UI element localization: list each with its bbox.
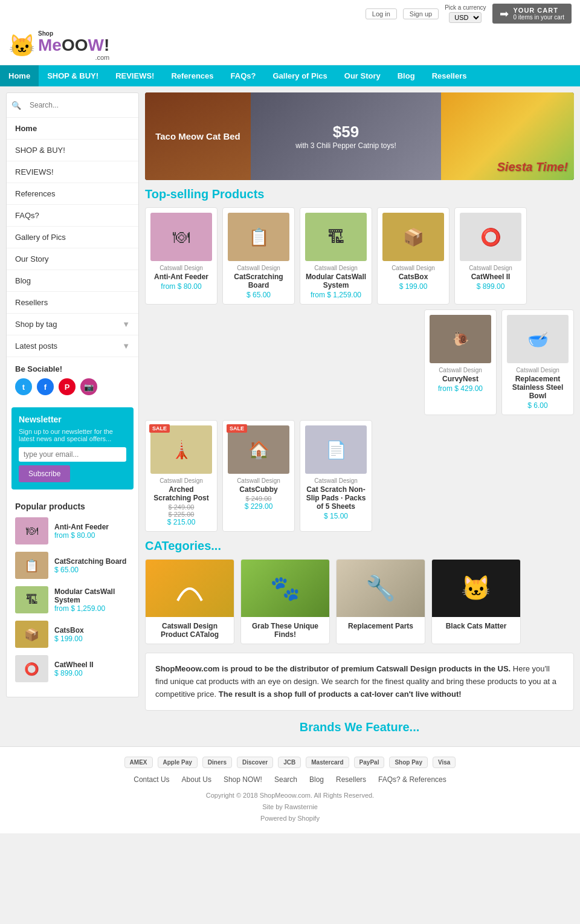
product-thumb: ⭕ [460,213,521,261]
currency-picker[interactable]: Pick a currency USD [445,4,486,23]
product-card-curvynest[interactable]: 🐌 Catswall Design CurvyNest from $ 429.0… [424,309,497,415]
sale-badge: SALE [149,424,170,433]
category-thumb: 🐱 [432,560,520,617]
popular-item-5[interactable]: ⭕ CatWheel II $ 899.00 [15,655,130,682]
footer-link-shop[interactable]: Shop NOW! [224,775,262,784]
popular-thumb-1: 🍽 [15,517,48,544]
product-card-catsbox[interactable]: 📦 Catswall Design CatsBox $ 199.00 [377,207,450,305]
product-thumb: 📄 [305,425,367,474]
top-selling-title: Top-selling Products [145,187,574,201]
category-parts[interactable]: 🔧 Replacement Parts [336,559,425,644]
payment-mastercard: Mastercard [306,757,349,768]
sidebar-item-reviews[interactable]: REVIEWS! [7,161,138,183]
facebook-icon[interactable]: f [37,378,54,395]
banner-title: Taco Meow Cat Bed [155,131,240,141]
popular-item-2[interactable]: 📋 CatScratching Board $ 65.00 [15,552,130,579]
payment-jcb: JCB [278,757,301,768]
category-black-cats[interactable]: 🐱 Black Cats Matter [431,559,521,644]
product-thumb: 📦 [382,213,444,261]
signup-button[interactable]: Sign up [403,8,439,19]
product-card-scratch[interactable]: 📋 Catswall Design CatScratching Board $ … [222,207,295,305]
product-thumb: 🍽 [150,213,212,261]
pinterest-icon[interactable]: P [59,378,76,395]
popular-thumb-3: 🏗 [15,586,48,613]
popular-thumb-2: 📋 [15,552,48,579]
category-thumb [146,560,234,617]
nav-shop[interactable]: SHOP & BUY! [39,65,107,86]
nav-references[interactable]: References [163,65,222,86]
hero-banner[interactable]: Taco Meow Cat Bed $59 with 3 Chili Peppe… [145,92,574,180]
payment-paypal: PayPal [354,757,385,768]
popular-thumb-4: 📦 [15,621,48,648]
categories-title: CATegories... [145,539,574,553]
chevron-down-icon: ▼ [122,341,130,351]
nav-gallery[interactable]: Gallery of Pics [264,65,335,86]
sidebar-item-gallery[interactable]: Gallery of Pics [7,227,138,248]
footer-link-contact[interactable]: Contact Us [134,775,169,784]
nav-blog[interactable]: Blog [389,65,424,86]
currency-select[interactable]: USD [449,12,482,23]
social-title: Be Sociable! [15,364,130,373]
search-icon: 🔍 [11,101,21,110]
payment-icons: AMEX Apple Pay Diners Discover JCB Maste… [10,757,570,768]
payment-amex: AMEX [124,757,153,768]
footer: AMEX Apple Pay Diners Discover JCB Maste… [0,746,580,833]
instagram-icon[interactable]: 📷 [80,378,97,395]
logo[interactable]: 🐱 Shop MeOOW! .com [0,27,580,65]
copyright: Copyright © 2018 ShopMeoow.com. All Righ… [10,790,570,824]
sidebar-item-blog[interactable]: Blog [7,270,138,292]
footer-link-blog[interactable]: Blog [309,775,324,784]
product-card-bowl[interactable]: 🥣 Catswall Design Replacement Stainless … [501,309,574,415]
sidebar-item-latest-posts[interactable]: Latest posts ▼ [7,335,138,357]
sidebar-item-faqs[interactable]: FAQs? [7,205,138,227]
footer-link-about[interactable]: About Us [182,775,211,784]
sidebar-item-shop[interactable]: SHOP & BUY! [7,140,138,161]
twitter-icon[interactable]: t [15,378,32,395]
sidebar-item-references[interactable]: References [7,183,138,205]
category-thumb: 🔧 [337,560,425,617]
product-card-arched[interactable]: SALE 🗼 Catswall Design Arched Scratching… [145,420,218,532]
popular-item-4[interactable]: 📦 CatsBox $ 199.00 [15,621,130,648]
product-thumb: 📋 [228,213,289,261]
footer-links: Contact Us About Us Shop NOW! Search Blo… [10,775,570,784]
product-thumb: 🗼 [150,425,212,474]
product-card-wheel[interactable]: ⭕ Catswall Design CatWheel II $ 899.00 [454,207,527,305]
newsletter-email-input[interactable] [19,447,126,462]
newsletter-desc: Sign up to our newsletter for the latest… [19,428,126,442]
product-card-modular[interactable]: 🏗 Catswall Design Modular CatsWall Syste… [300,207,372,305]
popular-item-1[interactable]: 🍽 Anti-Ant Feeder from $ 80.00 [15,517,130,544]
sale-badge: SALE [227,424,247,433]
sidebar-item-story[interactable]: Our Story [7,248,138,270]
sidebar-item-shop-by-tag[interactable]: Shop by tag ▼ [7,314,138,335]
product-card-pads[interactable]: 📄 Catswall Design Cat Scratch Non-Slip P… [300,420,372,532]
sidebar-item-resellers[interactable]: Resellers [7,292,138,314]
nav-faqs[interactable]: FAQs? [222,65,265,86]
category-unique[interactable]: 🐾 Grab These Unique Finds! [240,559,330,644]
search-input[interactable] [25,98,134,112]
payment-discover: Discover [237,757,273,768]
nav-home[interactable]: Home [0,65,39,86]
popular-item-3[interactable]: 🏗 Modular CatsWall System from $ 1,259.0… [15,586,130,613]
category-catalog[interactable]: Catswall Design Product CATalog [145,559,234,644]
nav-story[interactable]: Our Story [336,65,389,86]
footer-link-search[interactable]: Search [274,775,297,784]
product-card-catscubby[interactable]: SALE 🏠 Catswall Design CatsCubby $ 249.0… [222,420,295,532]
nav-resellers[interactable]: Resellers [424,65,475,86]
chevron-down-icon: ▼ [122,320,130,329]
login-button[interactable]: Log in [366,8,397,19]
payment-shoppay: Shop Pay [389,757,428,768]
subscribe-button[interactable]: Subscribe [19,465,70,482]
cart-button[interactable]: ➡ YOUR CART 0 items in your cart [492,4,572,24]
banner-tagline: Siesta Time! [497,160,568,174]
logo-icon: 🐱 [8,33,36,59]
product-thumb: 🏗 [305,213,367,261]
footer-link-resellers[interactable]: Resellers [336,775,366,784]
payment-diners: Diners [202,757,232,768]
nav-reviews[interactable]: REVIEWS! [107,65,163,86]
popular-thumb-5: ⭕ [15,655,48,682]
sidebar-item-home[interactable]: Home [7,118,138,140]
product-thumb: 🐌 [430,315,491,363]
footer-link-faqs[interactable]: FAQs? & References [378,775,446,784]
banner-subtitle: with 3 Chili Pepper Catnip toys! [295,141,396,150]
product-card-feeder[interactable]: 🍽 Catswall Design Anti-Ant Feeder from $… [145,207,218,305]
